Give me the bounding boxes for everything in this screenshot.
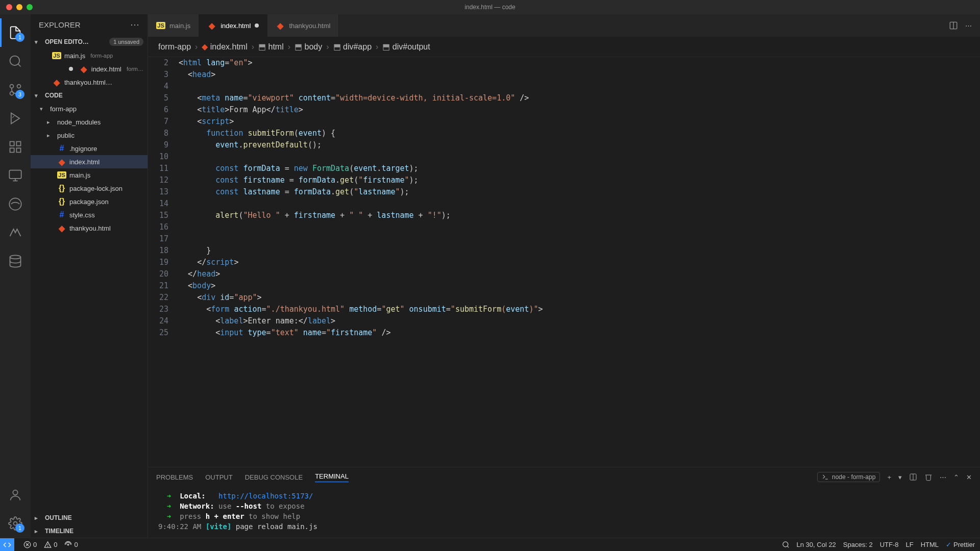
file-tree-item[interactable]: #.hgignore	[31, 142, 148, 155]
terminal-process-badge[interactable]: node - form-app	[817, 472, 880, 482]
status-eol[interactable]: LF	[906, 541, 914, 548]
sidebar-title: EXPLORER	[39, 20, 81, 29]
bottom-panel: PROBLEMSOUTPUTDEBUG CONSOLETERMINAL node…	[148, 467, 980, 538]
window-minimize[interactable]	[16, 4, 22, 10]
kill-terminal-icon[interactable]	[924, 473, 933, 481]
activity-scm[interactable]: 3	[0, 76, 31, 104]
status-cursor[interactable]: Ln 30, Col 22	[797, 541, 836, 548]
editor-tab[interactable]: JS main.js	[148, 14, 199, 37]
sidebar-more-icon[interactable]: ⋯	[130, 19, 139, 30]
breadcrumb-item[interactable]: ⬒ div#app	[333, 42, 372, 52]
panel-tab[interactable]: OUTPUT	[205, 473, 232, 481]
chevron-right-icon: ›	[288, 42, 290, 52]
file-tree-item[interactable]: {}package-lock.json	[31, 182, 148, 195]
file-tree-item[interactable]: ▸node_modules	[31, 115, 148, 129]
status-errors[interactable]: 0	[23, 541, 37, 548]
file-tree-item[interactable]: JSmain.js	[31, 168, 148, 182]
svg-point-26	[47, 546, 48, 547]
editor-tab[interactable]: ◆ index.html	[199, 14, 267, 37]
terminal-output[interactable]: ➜ Local: http://localhost:5173/ ➜ Networ…	[148, 487, 980, 538]
svg-point-28	[782, 542, 788, 547]
window-title: index.html — code	[464, 4, 515, 11]
unsaved-badge: 1 unsaved	[109, 38, 143, 46]
status-warnings[interactable]: 0	[44, 541, 57, 548]
panel-more-icon[interactable]: ⋯	[940, 473, 946, 481]
activity-accounts[interactable]	[0, 481, 31, 509]
svg-rect-10	[9, 170, 21, 179]
svg-point-4	[10, 85, 14, 88]
sidebar: EXPLORER ⋯ ▾ OPEN EDITO… 1 unsaved JS ma…	[31, 14, 148, 538]
breadcrumb-item[interactable]: ⬒ body	[295, 42, 322, 52]
file-tree-item[interactable]: #style.css	[31, 208, 148, 221]
maximize-panel-icon[interactable]: ⌃	[953, 473, 959, 481]
status-bar: 0 0 0 Ln 30, Col 22 Spaces: 2 UTF-8 LF H…	[0, 538, 980, 551]
activity-edge[interactable]	[0, 190, 31, 218]
activity-explorer[interactable]: 1	[0, 18, 31, 47]
chevron-right-icon: ›	[326, 42, 329, 52]
modified-dot-icon	[69, 67, 73, 71]
svg-line-29	[787, 546, 789, 548]
breadcrumbs[interactable]: form-app›◆ index.html›⬒ html›⬒ body›⬒ di…	[148, 37, 980, 57]
status-lang[interactable]: HTML	[921, 541, 939, 548]
breadcrumb-item[interactable]: form-app	[158, 42, 191, 52]
activity-run[interactable]	[0, 104, 31, 133]
split-editor-icon[interactable]	[949, 21, 958, 30]
more-actions-icon[interactable]: ⋯	[965, 22, 972, 30]
file-tree-item[interactable]: {}package.json	[31, 195, 148, 208]
activity-search[interactable]	[0, 47, 31, 76]
terminal-dropdown-icon[interactable]: ▾	[898, 473, 902, 481]
panel-tab[interactable]: TERMINAL	[315, 472, 349, 482]
svg-point-2	[17, 85, 21, 88]
panel-tab[interactable]: DEBUG CONSOLE	[245, 473, 303, 481]
panel-tab[interactable]: PROBLEMS	[156, 473, 193, 481]
open-editor-item[interactable]: JS main.js form-app	[31, 49, 148, 62]
breadcrumb-item[interactable]: ◆ index.html	[202, 42, 247, 52]
chevron-right-icon: ›	[376, 42, 378, 52]
svg-rect-6	[10, 142, 14, 146]
activity-wallaby[interactable]	[0, 218, 31, 247]
svg-line-1	[18, 64, 21, 67]
timeline-header[interactable]: ▸ TIMELINE	[31, 524, 148, 538]
chevron-right-icon: ›	[252, 42, 254, 52]
split-terminal-icon[interactable]	[909, 473, 917, 481]
svg-point-27	[68, 544, 69, 545]
window-close[interactable]	[6, 4, 12, 10]
explorer-badge: 1	[15, 33, 24, 42]
status-ports[interactable]: 0	[64, 541, 78, 548]
chevron-right-icon: ›	[195, 42, 198, 52]
svg-rect-8	[10, 148, 14, 152]
activity-db[interactable]	[0, 247, 31, 276]
remote-indicator[interactable]	[0, 538, 14, 552]
svg-rect-7	[16, 142, 20, 146]
open-editor-item[interactable]: ◆ index.html form…	[31, 62, 148, 76]
file-tree-item[interactable]: ◆index.html	[31, 155, 148, 168]
editor-tab[interactable]: ◆ thankyou.html	[267, 14, 339, 37]
new-terminal-icon[interactable]: +	[887, 473, 891, 481]
open-editors-header[interactable]: ▾ OPEN EDITO… 1 unsaved	[31, 35, 148, 49]
svg-point-0	[10, 56, 20, 66]
activity-remote[interactable]	[0, 161, 31, 190]
file-tree-item[interactable]: ◆thankyou.html	[31, 221, 148, 235]
activity-settings[interactable]: 1	[0, 509, 31, 538]
open-editor-item[interactable]: ◆ thankyou.html…	[31, 76, 148, 89]
status-encoding[interactable]: UTF-8	[880, 541, 899, 548]
folder-form-app[interactable]: ▾ form-app	[31, 102, 148, 115]
status-zoom[interactable]	[782, 541, 790, 548]
workspace-header[interactable]: ▾ CODE	[31, 89, 148, 102]
activity-bar: 1 3	[0, 14, 31, 538]
chevron-down-icon: ▾	[40, 106, 47, 112]
window-maximize[interactable]	[27, 4, 33, 10]
scm-badge: 3	[15, 90, 24, 99]
code-editor[interactable]: 2345678910111213141516171819202122232425…	[148, 57, 980, 467]
chevron-down-icon: ▾	[35, 39, 42, 45]
breadcrumb-item[interactable]: ⬒ html	[258, 42, 284, 52]
outline-header[interactable]: ▸ OUTLINE	[31, 511, 148, 524]
svg-point-15	[13, 490, 17, 495]
status-spaces[interactable]: Spaces: 2	[843, 541, 873, 548]
modified-dot-icon	[255, 23, 259, 28]
breadcrumb-item[interactable]: ⬒ div#output	[382, 42, 430, 52]
status-formatter[interactable]: ✓ Prettier	[946, 541, 975, 548]
file-tree-item[interactable]: ▸public	[31, 129, 148, 142]
close-panel-icon[interactable]: ✕	[966, 473, 972, 481]
activity-extensions[interactable]	[0, 133, 31, 161]
